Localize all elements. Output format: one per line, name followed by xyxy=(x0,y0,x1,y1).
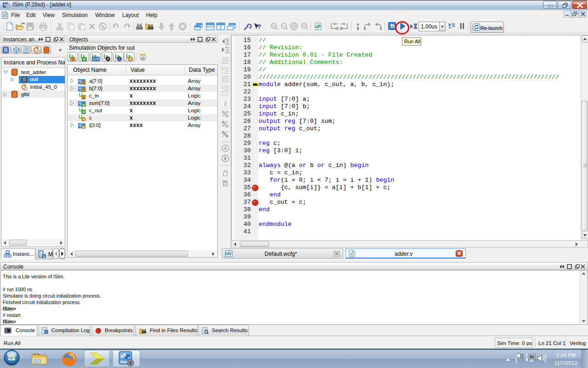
svg-text:I: I xyxy=(83,89,85,92)
svg-text:?: ? xyxy=(257,23,261,30)
svg-text:O: O xyxy=(83,110,85,114)
svg-text:5: 5 xyxy=(221,67,224,71)
svg-text:I: I xyxy=(83,96,85,99)
svg-text:O: O xyxy=(83,58,85,61)
svg-text:I: I xyxy=(72,58,74,61)
svg-text:I/O: I/O xyxy=(93,58,99,61)
svg-text:O: O xyxy=(83,104,85,107)
svg-text:U: U xyxy=(130,58,132,61)
svg-text:U: U xyxy=(83,118,85,121)
svg-text:U: U xyxy=(83,126,85,129)
svg-text:I: I xyxy=(83,81,85,85)
svg-text:5: 5 xyxy=(221,85,224,90)
svg-text:C: C xyxy=(119,58,121,61)
